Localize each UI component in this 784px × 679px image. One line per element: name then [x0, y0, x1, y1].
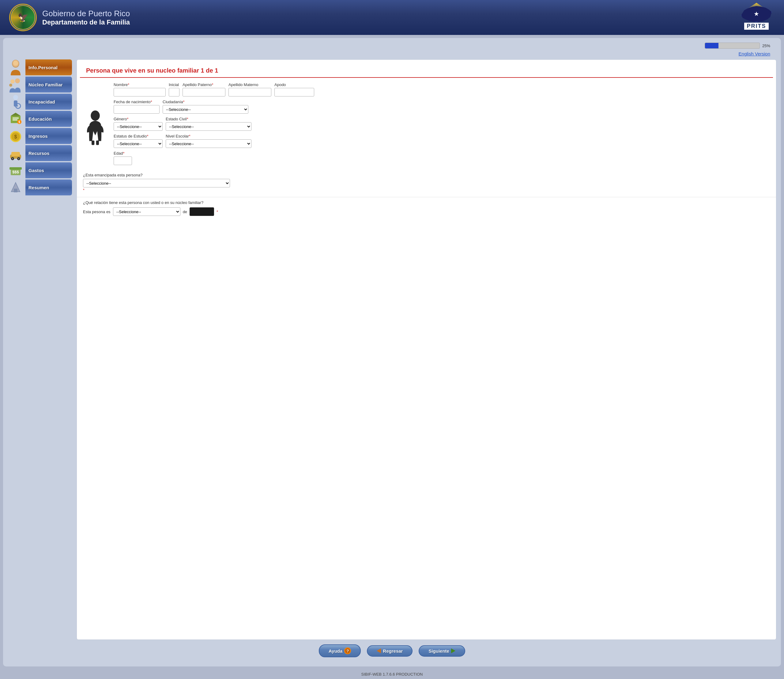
relacion-section: ¿Qué relación tiene esta persona con ust… [77, 197, 776, 221]
english-version-area: English Version [8, 51, 776, 56]
group-estado-civil: Estado Civil* --Seleccione-- [166, 117, 252, 131]
english-version-link[interactable]: English Version [739, 51, 770, 56]
input-inicial[interactable] [169, 88, 180, 97]
select-relacion[interactable]: --Seleccione-- [113, 207, 180, 216]
header-line1: Gobierno de Puerto Rico [42, 9, 130, 18]
input-apodo[interactable] [274, 88, 314, 97]
group-genero: Género* --Seleccione-- [114, 117, 163, 131]
progress-bar-outer [705, 42, 760, 49]
svg-point-30 [91, 111, 100, 120]
puerto-rico-seal [9, 4, 37, 31]
recursos-icon [8, 145, 23, 161]
svg-point-6 [13, 95, 18, 100]
emancipada-question: ¿Esta emancipada esta persona? [83, 173, 770, 177]
group-inicial: Inicial [169, 82, 180, 97]
group-estatus: Estatus de Estudio* --Seleccione-- [114, 134, 163, 148]
svg-point-24 [18, 158, 19, 159]
regresar-button[interactable]: Regresar [367, 645, 413, 657]
form-fields: Nombre* Inicial Apellido Paterno* [114, 82, 770, 168]
label-ap-materno: Apellido Materno [228, 82, 271, 87]
sidebar-item-ingresos[interactable]: $ Ingresos [8, 128, 72, 144]
ingresos-icon: $ [8, 128, 23, 144]
svg-point-2 [13, 61, 18, 66]
header-left: Gobierno de Puerto Rico Departamento de … [9, 4, 130, 31]
input-nombre[interactable] [114, 88, 166, 97]
progress-percent: 25% [762, 44, 770, 48]
label-edad: Edad* [114, 151, 132, 156]
select-nivel[interactable]: --Seleccione-- [166, 139, 252, 148]
recursos-label: Recursos [25, 145, 72, 161]
prits-label: PRITS [744, 23, 768, 30]
de-label: de [183, 210, 187, 214]
progress-bar-inner [705, 43, 719, 48]
select-ciudadania[interactable]: --Seleccione-- [163, 105, 248, 114]
bottom-buttons: Ayuda ? Regresar Siguiente [8, 640, 776, 662]
svg-rect-31 [92, 141, 94, 145]
regresar-label: Regresar [383, 648, 403, 654]
siguiente-button[interactable]: Siguiente [419, 645, 465, 657]
nucleo-familiar-label: Núcleo Familiar [25, 77, 72, 92]
relacion-question: ¿Qué relación tiene esta persona con ust… [83, 200, 770, 205]
svg-text:$$$: $$$ [12, 170, 19, 174]
label-nivel: Nivel Escolar* [166, 134, 252, 138]
footer: SIBIF-WEB 1.7.6.6 PRODUCTION [0, 670, 784, 679]
input-ap-paterno[interactable] [183, 88, 225, 97]
sidebar-item-recursos[interactable]: Recursos [8, 145, 72, 161]
select-genero[interactable]: --Seleccione-- [114, 122, 163, 131]
main-container: 25% English Version Info.Personal [3, 38, 781, 666]
resumen-label: Resumen [25, 180, 72, 196]
sidebar-item-gastos[interactable]: $$$ Gastos [8, 162, 72, 178]
prits-logo: PRITS [738, 5, 775, 30]
label-estatus: Estatus de Estudio* [114, 134, 163, 138]
sidebar: Info.Personal Núcleo Familiar [8, 59, 72, 640]
prits-map-icon [741, 5, 772, 22]
row-edad: Edad* [114, 151, 770, 165]
group-ap-materno: Apellido Materno [228, 82, 271, 97]
svg-rect-29 [14, 189, 17, 192]
content-row: Info.Personal Núcleo Familiar [8, 59, 776, 640]
select-emancipada[interactable]: --Seleccione-- [83, 179, 230, 188]
svg-rect-26 [9, 167, 22, 170]
person-figure [83, 82, 108, 168]
header-title: Gobierno de Puerto Rico Departamento de … [42, 9, 130, 27]
label-ap-paterno: Apellido Paterno* [183, 82, 225, 87]
row-estatus-nivel: Estatus de Estudio* --Seleccione-- Nivel… [114, 134, 770, 148]
siguiente-label: Siguiente [429, 648, 449, 654]
form-panel: Persona que vive en su nucleo familiar 1… [77, 59, 776, 640]
gastos-label: Gastos [25, 162, 72, 178]
sidebar-item-info-personal[interactable]: Info.Personal [8, 59, 72, 75]
svg-point-23 [12, 158, 13, 159]
sidebar-item-resumen[interactable]: Resumen [8, 180, 72, 196]
seal-inner [11, 5, 35, 30]
row-fecha-ciudadania: Fecha de nacimiento* Ciudadanía* --Selec… [114, 100, 770, 114]
ayuda-button[interactable]: Ayuda ? [319, 645, 361, 657]
svg-rect-12 [13, 117, 19, 119]
emancipada-section: ¿Esta emancipada esta persona? --Selecci… [77, 173, 776, 196]
group-nombre: Nombre* [114, 82, 166, 97]
gastos-icon: $$$ [8, 162, 23, 178]
svg-text:$: $ [18, 120, 20, 124]
group-apodo: Apodo [274, 82, 314, 97]
input-ap-materno[interactable] [228, 88, 271, 97]
nucleo-familiar-icon [8, 77, 23, 92]
label-inicial: Inicial [169, 82, 180, 87]
svg-rect-13 [13, 119, 17, 120]
arrow-left-icon [377, 648, 381, 653]
group-fecha: Fecha de nacimiento* [114, 100, 160, 114]
row-genero-estadocivil: Género* --Seleccione-- Estado Civil* [114, 117, 770, 131]
select-estatus[interactable]: --Seleccione-- [114, 139, 163, 148]
sidebar-item-educacion[interactable]: $ Educación [8, 111, 72, 127]
group-ciudadania: Ciudadanía* --Seleccione-- [163, 100, 248, 114]
input-edad[interactable] [114, 156, 132, 165]
input-fecha[interactable] [114, 105, 160, 114]
sidebar-item-incapacidad[interactable]: Incapacidad [8, 94, 72, 110]
label-apodo: Apodo [274, 82, 314, 87]
arrow-right-icon [451, 648, 455, 653]
label-estado-civil: Estado Civil* [166, 117, 252, 121]
svg-marker-11 [11, 113, 20, 116]
emancipada-required-note: * [83, 188, 770, 192]
sidebar-item-nucleo-familiar[interactable]: Núcleo Familiar [8, 77, 72, 92]
incapacidad-label: Incapacidad [25, 94, 72, 110]
select-estado-civil[interactable]: --Seleccione-- [166, 122, 252, 131]
label-genero: Género* [114, 117, 163, 121]
